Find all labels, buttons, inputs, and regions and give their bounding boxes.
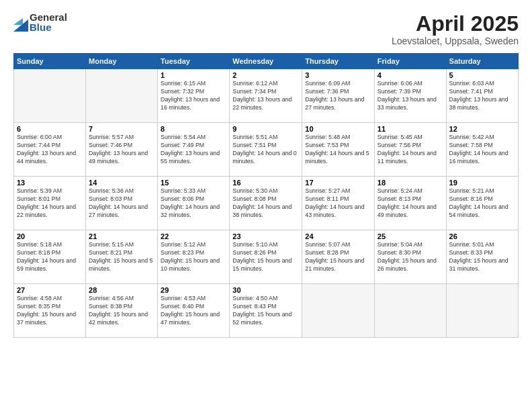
day-number: 4 [378,71,443,79]
day-info: Sunrise: 5:30 AM Sunset: 8:08 PM Dayligh… [232,187,299,220]
day-info: Sunrise: 6:09 AM Sunset: 7:36 PM Dayligh… [305,80,371,112]
day-info: Sunrise: 5:54 AM Sunset: 7:49 PM Dayligh… [161,134,226,166]
table-row [86,69,158,123]
table-row: 3Sunrise: 6:09 AM Sunset: 7:36 PM Daylig… [302,69,374,123]
svg-marker-1 [13,18,23,25]
day-number: 29 [161,286,226,294]
calendar-week-row: 1Sunrise: 6:15 AM Sunset: 7:32 PM Daylig… [14,69,519,123]
day-number: 17 [305,179,371,187]
day-info: Sunrise: 5:15 AM Sunset: 8:21 PM Dayligh… [89,241,154,273]
table-row [446,284,518,338]
day-info: Sunrise: 5:48 AM Sunset: 7:53 PM Dayligh… [305,134,371,166]
table-row: 30Sunrise: 4:50 AM Sunset: 8:43 PM Dayli… [230,284,302,338]
day-info: Sunrise: 4:58 AM Sunset: 8:35 PM Dayligh… [17,295,83,327]
day-number: 15 [161,179,226,187]
day-info: Sunrise: 4:53 AM Sunset: 8:40 PM Dayligh… [161,295,226,327]
day-number: 22 [161,232,226,240]
table-row: 28Sunrise: 4:56 AM Sunset: 8:38 PM Dayli… [86,284,158,338]
day-info: Sunrise: 4:50 AM Sunset: 8:43 PM Dayligh… [232,295,299,327]
table-row [302,284,374,338]
table-row: 1Sunrise: 6:15 AM Sunset: 7:32 PM Daylig… [158,69,230,123]
day-number: 3 [305,71,371,79]
day-number: 21 [89,232,154,240]
table-row: 16Sunrise: 5:30 AM Sunset: 8:08 PM Dayli… [230,177,302,230]
day-number: 28 [89,286,154,294]
day-info: Sunrise: 5:10 AM Sunset: 8:26 PM Dayligh… [232,241,299,273]
day-info: Sunrise: 5:24 AM Sunset: 8:13 PM Dayligh… [378,187,443,220]
day-number: 11 [378,125,443,133]
day-info: Sunrise: 5:33 AM Sunset: 8:06 PM Dayligh… [161,187,226,220]
day-number: 27 [17,286,83,294]
calendar-week-row: 6Sunrise: 6:00 AM Sunset: 7:44 PM Daylig… [14,123,519,177]
day-number: 25 [378,232,443,240]
table-row: 17Sunrise: 5:27 AM Sunset: 8:11 PM Dayli… [302,177,374,230]
day-number: 24 [305,232,371,240]
logo-general-text: General [30,12,67,22]
calendar-week-row: 13Sunrise: 5:39 AM Sunset: 8:01 PM Dayli… [14,177,519,230]
day-number: 23 [232,232,299,240]
day-number: 18 [378,179,443,187]
col-monday: Monday [86,54,158,69]
table-row: 23Sunrise: 5:10 AM Sunset: 8:26 PM Dayli… [230,230,302,284]
logo-text: General Blue [30,12,67,32]
day-info: Sunrise: 5:45 AM Sunset: 7:56 PM Dayligh… [378,134,443,166]
day-info: Sunrise: 5:04 AM Sunset: 8:30 PM Dayligh… [378,241,443,273]
table-row: 27Sunrise: 4:58 AM Sunset: 8:35 PM Dayli… [14,284,86,338]
day-info: Sunrise: 5:42 AM Sunset: 7:58 PM Dayligh… [449,134,515,166]
table-row: 26Sunrise: 5:01 AM Sunset: 8:33 PM Dayli… [446,230,518,284]
col-saturday: Saturday [446,54,518,69]
day-number: 2 [232,71,299,79]
day-number: 19 [449,179,515,187]
table-row: 19Sunrise: 5:21 AM Sunset: 8:16 PM Dayli… [446,177,518,230]
col-wednesday: Wednesday [230,54,302,69]
day-info: Sunrise: 5:07 AM Sunset: 8:28 PM Dayligh… [305,241,371,273]
day-number: 14 [89,179,154,187]
day-info: Sunrise: 5:39 AM Sunset: 8:01 PM Dayligh… [17,187,83,220]
table-row: 11Sunrise: 5:45 AM Sunset: 7:56 PM Dayli… [374,123,446,177]
table-row: 2Sunrise: 6:12 AM Sunset: 7:34 PM Daylig… [230,69,302,123]
day-info: Sunrise: 6:06 AM Sunset: 7:39 PM Dayligh… [378,80,443,112]
calendar-week-row: 20Sunrise: 5:18 AM Sunset: 8:18 PM Dayli… [14,230,519,284]
day-info: Sunrise: 6:12 AM Sunset: 7:34 PM Dayligh… [232,80,299,112]
day-number: 7 [89,125,154,133]
day-info: Sunrise: 6:15 AM Sunset: 7:32 PM Dayligh… [161,80,226,112]
table-row: 25Sunrise: 5:04 AM Sunset: 8:30 PM Dayli… [374,230,446,284]
table-row: 13Sunrise: 5:39 AM Sunset: 8:01 PM Dayli… [14,177,86,230]
table-row: 18Sunrise: 5:24 AM Sunset: 8:13 PM Dayli… [374,177,446,230]
day-number: 16 [232,179,299,187]
calendar-week-row: 27Sunrise: 4:58 AM Sunset: 8:35 PM Dayli… [14,284,519,338]
table-row: 15Sunrise: 5:33 AM Sunset: 8:06 PM Dayli… [158,177,230,230]
day-number: 6 [17,125,83,133]
logo-blue-text: Blue [30,22,67,32]
logo-icon [13,13,28,32]
table-row: 7Sunrise: 5:57 AM Sunset: 7:46 PM Daylig… [86,123,158,177]
table-row: 20Sunrise: 5:18 AM Sunset: 8:18 PM Dayli… [14,230,86,284]
table-row: 4Sunrise: 6:06 AM Sunset: 7:39 PM Daylig… [374,69,446,123]
col-friday: Friday [374,54,446,69]
day-info: Sunrise: 5:36 AM Sunset: 8:03 PM Dayligh… [89,187,154,220]
calendar-table: Sunday Monday Tuesday Wednesday Thursday… [13,53,519,338]
day-info: Sunrise: 5:57 AM Sunset: 7:46 PM Dayligh… [89,134,154,166]
col-sunday: Sunday [14,54,86,69]
calendar-title: April 2025 [392,12,519,36]
table-row: 5Sunrise: 6:03 AM Sunset: 7:41 PM Daylig… [446,69,518,123]
table-row [374,284,446,338]
day-info: Sunrise: 5:51 AM Sunset: 7:51 PM Dayligh… [232,134,299,166]
day-number: 13 [17,179,83,187]
day-number: 12 [449,125,515,133]
day-info: Sunrise: 5:21 AM Sunset: 8:16 PM Dayligh… [449,187,515,220]
day-info: Sunrise: 6:00 AM Sunset: 7:44 PM Dayligh… [17,134,83,166]
table-row: 12Sunrise: 5:42 AM Sunset: 7:58 PM Dayli… [446,123,518,177]
title-block: April 2025 Loevstaloet, Uppsala, Sweden [392,12,519,46]
table-row: 22Sunrise: 5:12 AM Sunset: 8:23 PM Dayli… [158,230,230,284]
col-tuesday: Tuesday [158,54,230,69]
day-info: Sunrise: 5:18 AM Sunset: 8:18 PM Dayligh… [17,241,83,273]
header: General Blue April 2025 Loevstaloet, Upp… [13,12,519,46]
day-info: Sunrise: 5:01 AM Sunset: 8:33 PM Dayligh… [449,241,515,273]
logo: General Blue [13,12,67,32]
page: General Blue April 2025 Loevstaloet, Upp… [0,0,532,411]
table-row: 6Sunrise: 6:00 AM Sunset: 7:44 PM Daylig… [14,123,86,177]
table-row: 29Sunrise: 4:53 AM Sunset: 8:40 PM Dayli… [158,284,230,338]
table-row: 14Sunrise: 5:36 AM Sunset: 8:03 PM Dayli… [86,177,158,230]
day-number: 9 [232,125,299,133]
